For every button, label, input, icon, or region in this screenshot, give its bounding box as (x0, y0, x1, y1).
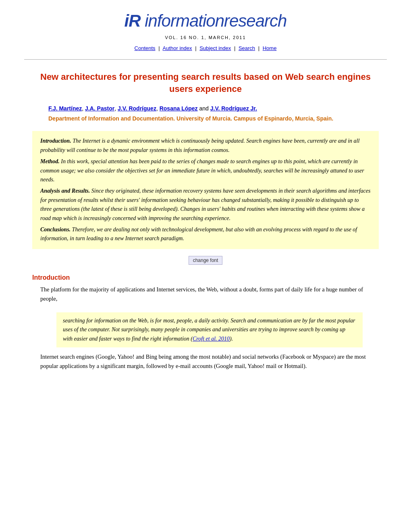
author-1[interactable]: F.J. Martínez (48, 105, 82, 112)
intro-paragraph-1: The platform for the majority of applica… (0, 285, 411, 308)
nav-contents[interactable]: Contents (135, 45, 156, 51)
abstract-analysis-text: Since they originated, these information… (40, 188, 370, 221)
page: iR informationresearch VOL. 16 NO. 1, MA… (0, 0, 411, 532)
section-intro-heading: Introduction (0, 269, 411, 285)
intro-paragraph-2: Internet search engines (Google, Yahoo! … (0, 352, 411, 376)
nav-home[interactable]: Home (263, 45, 277, 51)
header-divider (24, 59, 387, 60)
author-2[interactable]: J.A. Pastor (85, 105, 114, 112)
and-text: and (199, 105, 210, 112)
abstract-method-para: Method. In this work, special attention … (40, 157, 371, 184)
abstract-conclusions-label: Conclusions. (40, 227, 71, 233)
abstract-analysis-para: Analysis and Results. Since they origina… (40, 187, 371, 223)
abstract-conclusions-para: Conclusions. Therefore, we are dealing n… (40, 225, 371, 243)
authors: F.J. Martínez, J.A. Pastor, J.V. Rodrígu… (0, 104, 411, 113)
logo: iR informationresearch (0, 8, 411, 33)
author-3[interactable]: J.V. Rodríguez (118, 105, 156, 112)
author-4[interactable]: Rosana López (160, 105, 198, 112)
article-title: New architectures for presenting search … (32, 71, 379, 95)
nav-sep4: | (258, 45, 259, 51)
abstract-intro-label: Introduction. (40, 138, 71, 144)
abstract-conclusions-text: Therefore, we are dealing not only with … (40, 227, 357, 241)
abstract-analysis-label: Analysis and Results. (40, 188, 90, 194)
nav-search[interactable]: Search (239, 45, 255, 51)
abstract-box: Introduction. The Internet is a dynamic … (32, 131, 379, 249)
header: iR informationresearch VOL. 16 NO. 1, MA… (0, 0, 411, 55)
change-font-area: change font (0, 256, 411, 265)
nav-author-index[interactable]: Author index (163, 45, 192, 51)
block-quote-link[interactable]: Croft et al. 2010 (193, 336, 230, 342)
author-5[interactable]: J.V. Rodríguez Jr. (210, 105, 257, 112)
title-section: New architectures for presenting search … (0, 64, 411, 104)
block-quote: searching for information on the Web, is… (56, 312, 363, 347)
nav-links: Contents | Author index | Subject index … (0, 44, 411, 52)
block-quote-text-after: ). (230, 336, 233, 342)
abstract-method-label: Method. (40, 158, 60, 164)
abstract-intro-text: The Internet is a dynamic environment wh… (40, 138, 359, 153)
nav-sep3: | (234, 45, 235, 51)
nav-subject-index[interactable]: Subject index (199, 45, 231, 51)
abstract-intro-para: Introduction. The Internet is a dynamic … (40, 137, 371, 155)
vol-info: VOL. 16 NO. 1, MARCH, 2011 (0, 34, 411, 41)
nav-sep1: | (158, 45, 160, 51)
change-font-button[interactable]: change font (189, 256, 223, 265)
abstract-method-text: In this work, special attention has been… (40, 158, 364, 183)
affiliation: Department of Information and Documentat… (0, 114, 411, 123)
nav-sep2: | (195, 45, 196, 51)
